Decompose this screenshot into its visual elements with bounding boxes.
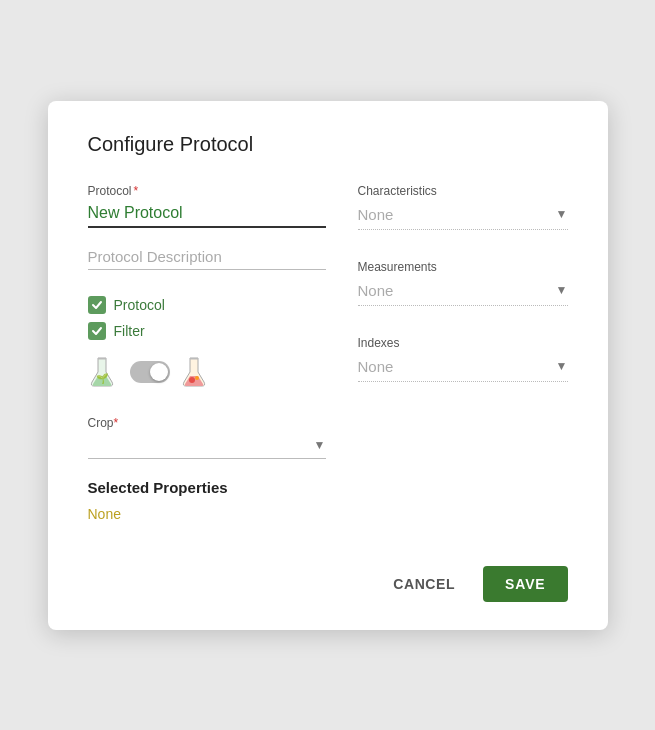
svg-rect-1 <box>98 358 106 360</box>
svg-text:🌱: 🌱 <box>96 372 109 385</box>
description-input[interactable] <box>88 246 326 270</box>
protocol-label: Protocol* <box>88 184 326 198</box>
flask-red-icon[interactable] <box>180 356 212 388</box>
svg-point-3 <box>195 376 199 380</box>
checkbox-filter-label: Filter <box>114 323 145 339</box>
crop-field-group: Crop* ▼ <box>88 416 326 459</box>
protocol-input[interactable] <box>88 202 326 228</box>
form-right: Characteristics None ▼ Measurements None… <box>358 184 568 542</box>
description-field-group <box>88 246 326 270</box>
form-left: Protocol* Protocol <box>88 184 326 542</box>
dialog-actions: CANCEL SAVE <box>88 558 568 602</box>
characteristics-arrow-icon: ▼ <box>556 207 568 221</box>
cancel-button[interactable]: CANCEL <box>377 566 471 602</box>
measurements-dropdown[interactable]: None ▼ <box>358 278 568 306</box>
characteristics-label: Characteristics <box>358 184 568 198</box>
checkbox-filter-row[interactable]: Filter <box>88 322 326 340</box>
icons-row: 🌱 <box>88 356 326 388</box>
selected-properties-none: None <box>88 506 326 522</box>
indexes-dropdown[interactable]: None ▼ <box>358 354 568 382</box>
checkbox-protocol-label: Protocol <box>114 297 165 313</box>
checkboxes-group: Protocol Filter <box>88 296 326 340</box>
selected-properties-section: Selected Properties None <box>88 479 326 522</box>
checkbox-filter-box[interactable] <box>88 322 106 340</box>
svg-rect-4 <box>190 358 198 360</box>
indexes-arrow-icon: ▼ <box>556 359 568 373</box>
protocol-field-group: Protocol* <box>88 184 326 228</box>
measurements-value: None <box>358 282 394 299</box>
characteristics-group: Characteristics None ▼ <box>358 184 568 230</box>
flask-green-icon[interactable]: 🌱 <box>88 356 120 388</box>
characteristics-dropdown[interactable]: None ▼ <box>358 202 568 230</box>
selected-properties-title: Selected Properties <box>88 479 326 496</box>
toggle-switch[interactable] <box>130 361 170 383</box>
toggle-thumb <box>150 363 168 381</box>
measurements-label: Measurements <box>358 260 568 274</box>
checkbox-protocol-box[interactable] <box>88 296 106 314</box>
measurements-arrow-icon: ▼ <box>556 283 568 297</box>
checkmark-icon-filter <box>91 325 103 337</box>
checkmark-icon-protocol <box>91 299 103 311</box>
configure-protocol-dialog: Configure Protocol Protocol* <box>48 101 608 630</box>
crop-dropdown-arrow: ▼ <box>314 438 326 452</box>
checkbox-protocol-row[interactable]: Protocol <box>88 296 326 314</box>
characteristics-value: None <box>358 206 394 223</box>
crop-label: Crop* <box>88 416 326 430</box>
measurements-group: Measurements None ▼ <box>358 260 568 306</box>
indexes-label: Indexes <box>358 336 568 350</box>
save-button[interactable]: SAVE <box>483 566 567 602</box>
crop-dropdown[interactable]: ▼ <box>88 434 326 459</box>
indexes-group: Indexes None ▼ <box>358 336 568 382</box>
svg-point-2 <box>189 377 195 383</box>
indexes-value: None <box>358 358 394 375</box>
dialog-title: Configure Protocol <box>88 133 568 156</box>
form-body: Protocol* Protocol <box>88 184 568 542</box>
